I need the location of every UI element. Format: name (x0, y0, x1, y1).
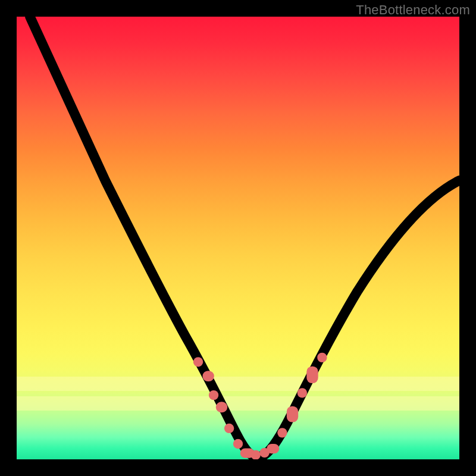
chart-container: TheBottleneck.com (0, 0, 476, 476)
svg-point-14 (317, 353, 327, 362)
svg-point-10 (277, 428, 287, 437)
svg-point-0 (193, 357, 203, 367)
bottleneck-curve (30, 17, 459, 456)
svg-point-7 (251, 450, 261, 459)
watermark-text: TheBottleneck.com (356, 2, 470, 18)
curve-layer (17, 17, 459, 459)
svg-point-4 (224, 424, 234, 433)
svg-point-2 (209, 390, 218, 400)
svg-rect-11 (287, 406, 298, 422)
svg-rect-1 (202, 371, 214, 381)
svg-rect-9 (267, 444, 279, 453)
svg-point-12 (298, 388, 307, 397)
highlight-dots (193, 353, 327, 459)
plot-area (17, 17, 459, 459)
svg-rect-3 (216, 402, 227, 412)
svg-point-5 (233, 439, 243, 449)
svg-rect-13 (306, 367, 318, 383)
